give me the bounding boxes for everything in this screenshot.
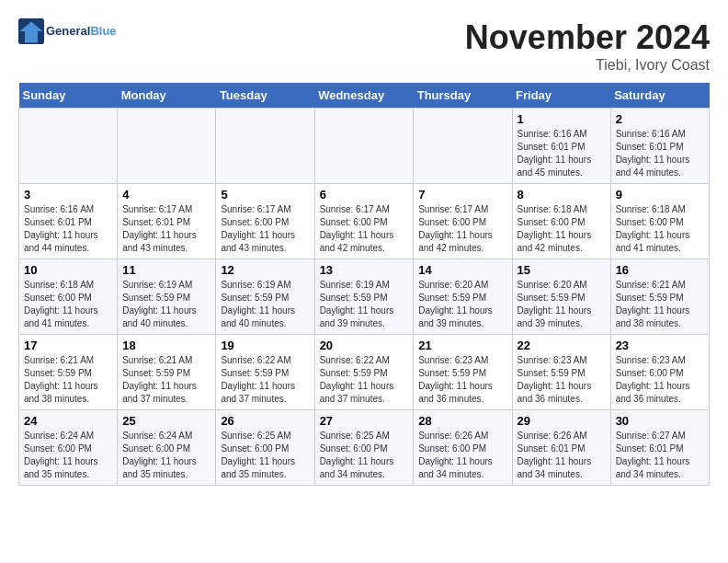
weekday-header: Monday — [118, 83, 216, 109]
calendar-cell: 8Sunrise: 6:18 AM Sunset: 6:00 PM Daylig… — [512, 184, 610, 259]
day-number: 5 — [221, 188, 309, 201]
calendar-cell — [216, 109, 314, 184]
calendar-cell: 20Sunrise: 6:22 AM Sunset: 5:59 PM Dayli… — [314, 335, 414, 410]
day-number: 22 — [518, 339, 606, 352]
calendar-week-row: 1Sunrise: 6:16 AM Sunset: 6:01 PM Daylig… — [19, 109, 710, 184]
calendar-cell: 10Sunrise: 6:18 AM Sunset: 6:00 PM Dayli… — [19, 259, 118, 335]
day-info: Sunrise: 6:22 AM Sunset: 5:59 PM Dayligh… — [221, 354, 309, 406]
location: Tiebi, Ivory Coast — [465, 57, 710, 74]
day-number: 8 — [518, 188, 606, 201]
month-title: November 2024 — [465, 18, 710, 57]
title-block: November 2024 Tiebi, Ivory Coast — [465, 18, 710, 74]
day-info: Sunrise: 6:20 AM Sunset: 5:59 PM Dayligh… — [418, 279, 506, 330]
day-number: 3 — [24, 188, 112, 201]
day-info: Sunrise: 6:23 AM Sunset: 5:59 PM Dayligh… — [518, 354, 606, 406]
day-number: 6 — [320, 188, 409, 201]
calendar-cell: 12Sunrise: 6:19 AM Sunset: 5:59 PM Dayli… — [216, 259, 314, 335]
calendar-cell: 29Sunrise: 6:26 AM Sunset: 6:01 PM Dayli… — [512, 410, 610, 486]
day-number: 21 — [418, 339, 506, 352]
page-header: GeneralBlue November 2024 Tiebi, Ivory C… — [18, 18, 710, 74]
logo-icon — [18, 18, 44, 44]
day-number: 11 — [122, 263, 210, 277]
calendar-cell: 17Sunrise: 6:21 AM Sunset: 5:59 PM Dayli… — [19, 335, 118, 410]
day-info: Sunrise: 6:17 AM Sunset: 6:00 PM Dayligh… — [320, 203, 409, 255]
calendar-cell: 1Sunrise: 6:16 AM Sunset: 6:01 PM Daylig… — [512, 109, 610, 184]
calendar-cell: 30Sunrise: 6:27 AM Sunset: 6:01 PM Dayli… — [610, 410, 709, 486]
calendar-cell — [314, 109, 414, 184]
day-info: Sunrise: 6:20 AM Sunset: 5:59 PM Dayligh… — [518, 279, 606, 330]
day-number: 4 — [122, 188, 210, 201]
day-info: Sunrise: 6:26 AM Sunset: 6:01 PM Dayligh… — [518, 430, 606, 481]
calendar-cell: 2Sunrise: 6:16 AM Sunset: 6:01 PM Daylig… — [610, 109, 709, 184]
day-info: Sunrise: 6:18 AM Sunset: 6:00 PM Dayligh… — [616, 203, 704, 255]
calendar-cell: 23Sunrise: 6:23 AM Sunset: 6:00 PM Dayli… — [610, 335, 709, 410]
day-number: 24 — [24, 414, 112, 428]
calendar-cell: 4Sunrise: 6:17 AM Sunset: 6:01 PM Daylig… — [118, 184, 216, 259]
calendar-table: SundayMondayTuesdayWednesdayThursdayFrid… — [18, 83, 710, 486]
calendar-cell: 19Sunrise: 6:22 AM Sunset: 5:59 PM Dayli… — [216, 335, 314, 410]
day-number: 18 — [122, 339, 210, 352]
day-number: 7 — [418, 188, 506, 201]
calendar-cell — [118, 109, 216, 184]
calendar-cell: 11Sunrise: 6:19 AM Sunset: 5:59 PM Dayli… — [118, 259, 216, 335]
calendar-cell — [19, 109, 118, 184]
day-info: Sunrise: 6:17 AM Sunset: 6:00 PM Dayligh… — [221, 203, 309, 255]
day-number: 25 — [122, 414, 210, 428]
calendar-cell: 27Sunrise: 6:25 AM Sunset: 6:00 PM Dayli… — [314, 410, 414, 486]
weekday-header: Thursday — [414, 83, 512, 109]
calendar-cell: 9Sunrise: 6:18 AM Sunset: 6:00 PM Daylig… — [610, 184, 709, 259]
day-info: Sunrise: 6:24 AM Sunset: 6:00 PM Dayligh… — [122, 430, 210, 481]
day-number: 2 — [616, 112, 704, 126]
calendar-cell: 28Sunrise: 6:26 AM Sunset: 6:00 PM Dayli… — [414, 410, 512, 486]
day-info: Sunrise: 6:19 AM Sunset: 5:59 PM Dayligh… — [221, 279, 309, 330]
day-number: 1 — [518, 112, 606, 126]
day-info: Sunrise: 6:18 AM Sunset: 6:00 PM Dayligh… — [518, 203, 606, 255]
day-info: Sunrise: 6:27 AM Sunset: 6:01 PM Dayligh… — [616, 430, 704, 481]
weekday-header: Sunday — [19, 83, 118, 109]
day-info: Sunrise: 6:16 AM Sunset: 6:01 PM Dayligh… — [518, 128, 606, 179]
calendar-cell: 3Sunrise: 6:16 AM Sunset: 6:01 PM Daylig… — [19, 184, 118, 259]
day-info: Sunrise: 6:26 AM Sunset: 6:00 PM Dayligh… — [418, 430, 506, 481]
day-number: 13 — [320, 263, 409, 277]
day-info: Sunrise: 6:17 AM Sunset: 6:00 PM Dayligh… — [418, 203, 506, 255]
calendar-week-row: 17Sunrise: 6:21 AM Sunset: 5:59 PM Dayli… — [19, 335, 710, 410]
calendar-cell — [414, 109, 512, 184]
day-number: 27 — [320, 414, 409, 428]
calendar-week-row: 24Sunrise: 6:24 AM Sunset: 6:00 PM Dayli… — [19, 410, 710, 486]
day-number: 19 — [221, 339, 309, 352]
day-info: Sunrise: 6:18 AM Sunset: 6:00 PM Dayligh… — [24, 279, 112, 330]
day-number: 9 — [616, 188, 704, 201]
day-info: Sunrise: 6:21 AM Sunset: 5:59 PM Dayligh… — [122, 354, 210, 406]
calendar-cell: 15Sunrise: 6:20 AM Sunset: 5:59 PM Dayli… — [512, 259, 610, 335]
day-info: Sunrise: 6:25 AM Sunset: 6:00 PM Dayligh… — [320, 430, 409, 481]
day-info: Sunrise: 6:19 AM Sunset: 5:59 PM Dayligh… — [122, 279, 210, 330]
weekday-header: Saturday — [610, 83, 709, 109]
day-number: 10 — [24, 263, 112, 277]
day-number: 29 — [518, 414, 606, 428]
calendar-cell: 13Sunrise: 6:19 AM Sunset: 5:59 PM Dayli… — [314, 259, 414, 335]
day-number: 15 — [518, 263, 606, 277]
day-info: Sunrise: 6:24 AM Sunset: 6:00 PM Dayligh… — [24, 430, 112, 481]
calendar-week-row: 3Sunrise: 6:16 AM Sunset: 6:01 PM Daylig… — [19, 184, 710, 259]
day-number: 28 — [418, 414, 506, 428]
day-number: 20 — [320, 339, 409, 352]
day-number: 23 — [616, 339, 704, 352]
day-info: Sunrise: 6:22 AM Sunset: 5:59 PM Dayligh… — [320, 354, 409, 406]
day-number: 30 — [616, 414, 704, 428]
calendar-cell: 21Sunrise: 6:23 AM Sunset: 5:59 PM Dayli… — [414, 335, 512, 410]
calendar-week-row: 10Sunrise: 6:18 AM Sunset: 6:00 PM Dayli… — [19, 259, 710, 335]
calendar-cell: 7Sunrise: 6:17 AM Sunset: 6:00 PM Daylig… — [414, 184, 512, 259]
logo-blue: Blue — [90, 24, 116, 38]
weekday-header: Wednesday — [314, 83, 414, 109]
day-info: Sunrise: 6:21 AM Sunset: 5:59 PM Dayligh… — [616, 279, 704, 330]
calendar-cell: 26Sunrise: 6:25 AM Sunset: 6:00 PM Dayli… — [216, 410, 314, 486]
day-info: Sunrise: 6:16 AM Sunset: 6:01 PM Dayligh… — [616, 128, 704, 179]
day-number: 14 — [418, 263, 506, 277]
logo-general: General — [46, 24, 90, 38]
day-info: Sunrise: 6:21 AM Sunset: 5:59 PM Dayligh… — [24, 354, 112, 406]
day-info: Sunrise: 6:19 AM Sunset: 5:59 PM Dayligh… — [320, 279, 409, 330]
logo: GeneralBlue — [18, 18, 117, 44]
day-number: 16 — [616, 263, 704, 277]
day-info: Sunrise: 6:17 AM Sunset: 6:01 PM Dayligh… — [122, 203, 210, 255]
day-number: 26 — [221, 414, 309, 428]
